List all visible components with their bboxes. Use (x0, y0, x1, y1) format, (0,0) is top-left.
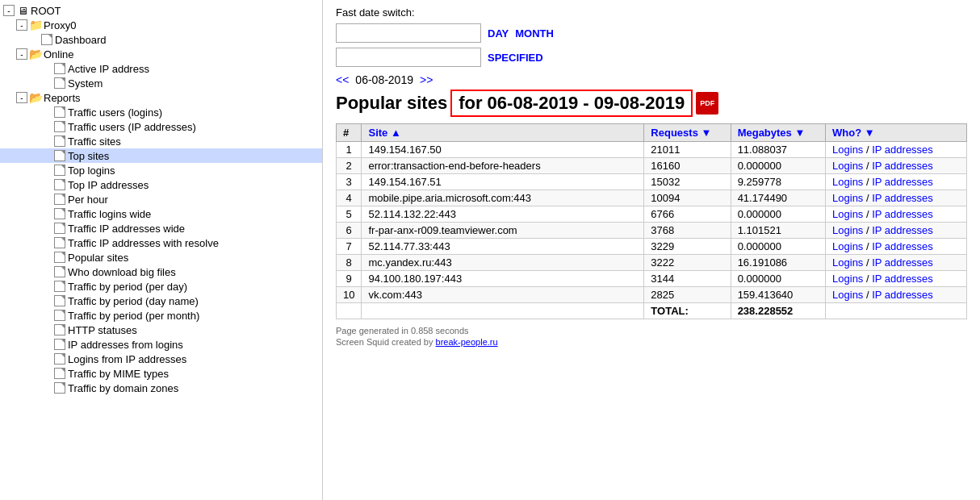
sidebar-item-logins-from-ip[interactable]: Logins from IP addresses (0, 352, 322, 366)
sidebar-item-top-ip[interactable]: Top IP addresses (0, 177, 322, 192)
day-date-input[interactable] (336, 23, 481, 43)
sidebar-item-http-statuses[interactable]: HTTP statuses (0, 323, 322, 337)
traffic-domain-icon (53, 381, 66, 394)
table-row: 8 mc.yandex.ru:443 3222 16.191086 Logins… (337, 255, 967, 271)
sidebar-item-per-hour[interactable]: Per hour (0, 192, 322, 206)
table-row: 2 error:transaction-end-before-headers 1… (337, 158, 967, 174)
main-content: Fast date switch: DAY MONTH SPECIFIED <<… (323, 0, 980, 500)
sidebar-item-traffic-period-month[interactable]: Traffic by period (per month) (0, 308, 322, 323)
month-link[interactable]: MONTH (515, 27, 554, 40)
cell-requests: 6766 (644, 206, 731, 223)
sidebar-item-traffic-period-day-name[interactable]: Traffic by period (day name) (0, 294, 322, 308)
sidebar-item-traffic-domain[interactable]: Traffic by domain zones (0, 381, 322, 395)
sidebar-item-traffic-users-ip[interactable]: Traffic users (IP addresses) (0, 119, 322, 134)
cell-num: 4 (337, 190, 362, 206)
cell-requests: 2825 (644, 287, 731, 303)
cell-requests: 3144 (644, 271, 731, 287)
cell-num: 2 (337, 158, 362, 174)
traffic-ip-wide-icon (53, 222, 66, 235)
root-icon: 🖥 (16, 4, 29, 17)
sidebar-item-dashboard[interactable]: Dashboard (0, 32, 322, 47)
sidebar-item-traffic-ip-wide[interactable]: Traffic IP addresses wide (0, 221, 322, 235)
ip-link[interactable]: IP addresses (872, 224, 933, 236)
logins-link[interactable]: Logins (832, 224, 863, 236)
sidebar-item-reports[interactable]: - 📂 Reports (0, 90, 322, 105)
cell-who: Logins / IP addresses (826, 206, 967, 223)
popular-sites-icon (53, 251, 66, 264)
traffic-period-day-icon (53, 280, 66, 293)
specified-link[interactable]: SPECIFIED (488, 52, 543, 64)
sidebar-item-traffic-ip-resolve[interactable]: Traffic IP addresses with resolve (0, 235, 322, 250)
sidebar-item-traffic-sites[interactable]: Traffic sites (0, 134, 322, 148)
sidebar-item-top-sites[interactable]: Top sites (0, 148, 322, 163)
cell-site: vk.com:443 (362, 287, 644, 303)
ip-link[interactable]: IP addresses (872, 208, 933, 220)
pdf-button[interactable]: PDF (696, 92, 718, 115)
logins-link[interactable]: Logins (832, 240, 863, 252)
title-date-highlight: for 06-08-2019 - 09-08-2019 (450, 90, 693, 117)
traffic-ip-resolve-label: Traffic IP addresses with resolve (68, 237, 219, 249)
expand-online[interactable]: - (16, 48, 27, 60)
sidebar-item-ip-from-logins[interactable]: IP addresses from logins (0, 337, 322, 352)
ip-link[interactable]: IP addresses (872, 160, 933, 172)
logins-link[interactable]: Logins (832, 273, 863, 285)
nav-next[interactable]: >> (420, 73, 433, 86)
logins-link[interactable]: Logins (832, 176, 863, 188)
sidebar-item-online[interactable]: - 📂 Online (0, 47, 322, 61)
cell-megabytes: 16.191086 (731, 255, 825, 271)
table-row: 3 149.154.167.51 15032 9.259778 Logins /… (337, 174, 967, 190)
sidebar-item-popular-sites[interactable]: Popular sites (0, 250, 322, 265)
sidebar-item-traffic-period-day[interactable]: Traffic by period (per day) (0, 279, 322, 294)
sidebar-item-traffic-users-logins[interactable]: Traffic users (logins) (0, 105, 322, 119)
logins-from-ip-label: Logins from IP addresses (68, 353, 186, 365)
ip-link[interactable]: IP addresses (872, 192, 933, 204)
who-download-icon (53, 265, 66, 278)
reports-label: Reports (44, 92, 81, 104)
day-link[interactable]: DAY (488, 27, 509, 40)
sidebar-item-traffic-mime[interactable]: Traffic by MIME types (0, 366, 322, 381)
cell-megabytes: 9.259778 (731, 174, 825, 190)
expand-reports[interactable]: - (16, 92, 27, 103)
ip-link[interactable]: IP addresses (872, 144, 933, 156)
traffic-sites-label: Traffic sites (68, 135, 121, 148)
sidebar-item-top-logins[interactable]: Top logins (0, 163, 322, 177)
logins-link[interactable]: Logins (832, 256, 863, 269)
col-header-who[interactable]: Who? ▼ (826, 124, 967, 142)
logins-link[interactable]: Logins (832, 192, 863, 204)
ip-link[interactable]: IP addresses (872, 273, 933, 285)
sidebar-item-who-download[interactable]: Who download big files (0, 265, 322, 279)
sidebar-item-traffic-logins-wide[interactable]: Traffic logins wide (0, 206, 322, 221)
col-header-megabytes[interactable]: Megabytes ▼ (731, 124, 825, 142)
total-empty-3 (826, 303, 967, 319)
ip-link[interactable]: IP addresses (872, 240, 933, 252)
col-header-site[interactable]: Site ▲ (362, 124, 644, 142)
traffic-domain-label: Traffic by domain zones (68, 382, 178, 394)
popular-sites-label: Popular sites (68, 252, 128, 264)
cell-requests: 3222 (644, 255, 731, 271)
system-page-icon (53, 77, 66, 90)
sidebar-item-root[interactable]: - 🖥 ROOT (0, 3, 322, 18)
ip-link[interactable]: IP addresses (872, 289, 933, 301)
ip-link[interactable]: IP addresses (872, 256, 933, 269)
logins-link[interactable]: Logins (832, 144, 863, 156)
logins-link[interactable]: Logins (832, 208, 863, 220)
cell-num: 9 (337, 271, 362, 287)
expand-proxy[interactable]: - (16, 19, 27, 31)
http-statuses-icon (53, 323, 66, 336)
total-empty-1 (337, 303, 362, 319)
cell-site: fr-par-anx-r009.teamviewer.com (362, 223, 644, 239)
logins-link[interactable]: Logins (832, 289, 863, 301)
traffic-ip-wide-label: Traffic IP addresses wide (68, 223, 185, 235)
col-header-requests[interactable]: Requests ▼ (644, 124, 731, 142)
specified-date-input[interactable] (336, 48, 481, 67)
table-row: 5 52.114.132.22:443 6766 0.000000 Logins… (337, 206, 967, 223)
cell-num: 1 (337, 142, 362, 158)
sidebar-item-proxy[interactable]: - 📁 Proxy0 (0, 18, 322, 32)
logins-link[interactable]: Logins (832, 160, 863, 172)
sidebar-item-active-ip[interactable]: Active IP address (0, 61, 322, 76)
ip-link[interactable]: IP addresses (872, 176, 933, 188)
expand-root[interactable]: - (3, 5, 15, 16)
sidebar-item-system[interactable]: System (0, 76, 322, 90)
nav-prev[interactable]: << (336, 73, 349, 86)
credit-link[interactable]: break-people.ru (436, 337, 498, 347)
